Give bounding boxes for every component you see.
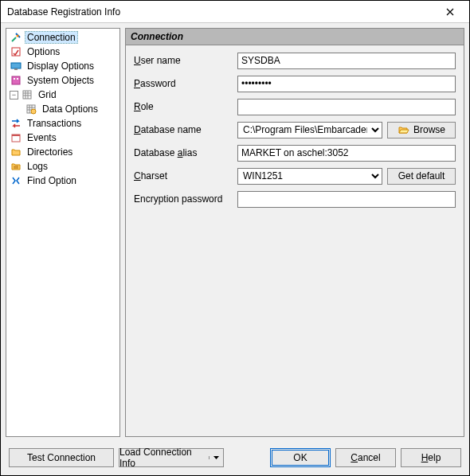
load-connection-dropdown[interactable]: [209, 456, 223, 459]
tree-label: Events: [25, 132, 59, 143]
get-default-label: Get default: [398, 170, 445, 181]
svg-point-0: [17, 35, 19, 37]
tree-label: Logs: [25, 161, 50, 172]
cancel-label: Cancel: [351, 452, 380, 463]
tree-label: Grid: [36, 89, 59, 100]
tree-item-display-options[interactable]: Display Options: [6, 59, 119, 73]
row-username: User name: [134, 52, 456, 69]
get-default-button[interactable]: Get default: [387, 168, 456, 185]
data-options-icon: [25, 103, 37, 115]
ok-button[interactable]: OK: [270, 448, 331, 467]
content-area: Connection Options Display Options Syste…: [1, 23, 469, 442]
svg-rect-11: [12, 135, 20, 136]
row-role: Role: [134, 98, 456, 115]
label-role: Role: [134, 101, 237, 112]
username-input[interactable]: [237, 53, 456, 69]
help-label: Help: [421, 452, 441, 463]
label-password: Password: [134, 78, 237, 89]
cancel-button[interactable]: Cancel: [335, 448, 396, 467]
folder-icon: [10, 146, 22, 158]
connection-icon: [10, 31, 22, 44]
browse-folder-icon: [398, 123, 410, 136]
events-icon: [10, 131, 22, 144]
svg-rect-4: [12, 76, 20, 84]
browse-label: Browse: [413, 124, 445, 135]
role-input[interactable]: [237, 99, 456, 115]
svg-rect-6: [17, 78, 18, 80]
browse-button[interactable]: Browse: [387, 122, 456, 139]
database-name-select[interactable]: C:\Program Files\Embarcadero\: [237, 122, 382, 139]
label-database-alias: Database alias: [134, 147, 237, 158]
row-password: Password: [134, 75, 456, 92]
tree-item-connection[interactable]: Connection: [6, 30, 119, 45]
label-charset: Charset: [134, 170, 237, 181]
tree-item-transactions[interactable]: Transactions: [6, 116, 119, 131]
row-encryption-password: Encryption password: [134, 190, 456, 208]
tree-item-system-objects[interactable]: System Objects: [6, 73, 119, 88]
load-connection-label: Load Connection Info: [119, 447, 209, 469]
tree-label: Connection: [25, 31, 78, 44]
svg-rect-7: [23, 91, 31, 99]
titlebar: Database Registration Info: [1, 1, 469, 23]
panel-header: Connection: [126, 29, 464, 45]
tree-item-events[interactable]: Events: [6, 131, 119, 145]
tree-item-find-option[interactable]: Find Option: [6, 174, 119, 188]
tree-label: Options: [25, 46, 62, 57]
logs-icon: [10, 160, 22, 173]
row-database-alias: Database alias: [134, 144, 456, 162]
chevron-down-icon: [213, 456, 219, 459]
svg-rect-3: [14, 68, 18, 70]
tree-label: System Objects: [25, 75, 96, 86]
options-icon: [10, 45, 22, 58]
tree-item-options[interactable]: Options: [6, 45, 119, 59]
tree-item-directories[interactable]: Directories: [6, 145, 119, 159]
label-username: User name: [134, 55, 237, 66]
label-encryption-password: Encryption password: [134, 193, 237, 205]
tree-collapse-toggle[interactable]: −: [10, 91, 18, 99]
tree-label: Display Options: [25, 60, 96, 72]
system-icon: [10, 74, 22, 87]
display-icon: [10, 60, 22, 72]
test-connection-label: Test Connection: [27, 452, 96, 463]
find-icon: [10, 174, 22, 187]
row-charset: Charset WIN1251 Get default: [134, 167, 456, 185]
database-alias-input[interactable]: [237, 145, 456, 162]
charset-select[interactable]: WIN1251: [237, 168, 382, 185]
tree-label: Directories: [25, 146, 75, 158]
grid-icon: [21, 88, 33, 101]
close-button[interactable]: [436, 4, 464, 20]
window-title: Database Registration Info: [7, 6, 436, 18]
settings-panel: Connection User name Password Role Datab…: [125, 28, 464, 437]
svg-rect-2: [11, 63, 21, 68]
encryption-password-input[interactable]: [237, 191, 456, 208]
tree-label: Data Options: [40, 103, 100, 115]
svg-rect-5: [14, 78, 15, 80]
tree-label: Transactions: [25, 118, 84, 129]
panel-body: User name Password Role Database name C:…: [126, 45, 464, 220]
help-button[interactable]: Help: [401, 448, 461, 467]
close-icon: [446, 8, 454, 16]
tree-label: Find Option: [25, 175, 79, 186]
nav-tree[interactable]: Connection Options Display Options Syste…: [6, 28, 120, 437]
dialog-window: Database Registration Info Connection Op…: [0, 0, 470, 476]
label-database-name: Database name: [134, 124, 237, 135]
transactions-icon: [10, 117, 22, 130]
svg-point-9: [31, 109, 36, 114]
tree-item-grid[interactable]: − Grid: [6, 88, 119, 102]
password-input[interactable]: [237, 76, 456, 92]
test-connection-button[interactable]: Test Connection: [9, 448, 114, 467]
tree-item-logs[interactable]: Logs: [6, 159, 119, 174]
ok-label: OK: [293, 452, 307, 463]
row-database-name: Database name C:\Program Files\Embarcade…: [134, 121, 456, 139]
dialog-footer: Test Connection Load Connection Info OK …: [1, 442, 469, 475]
load-connection-info-button[interactable]: Load Connection Info: [119, 448, 224, 467]
tree-item-data-options[interactable]: Data Options: [6, 102, 119, 116]
